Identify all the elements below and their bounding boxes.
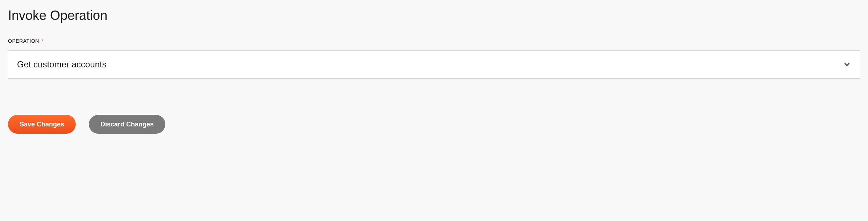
operation-select-value: Get customer accounts xyxy=(17,59,843,70)
chevron-down-icon xyxy=(843,61,851,68)
discard-changes-button[interactable]: Discard Changes xyxy=(89,115,165,134)
button-row: Save Changes Discard Changes xyxy=(8,115,860,134)
page-title: Invoke Operation xyxy=(8,8,860,23)
operation-label: OPERATION * xyxy=(8,38,44,44)
required-asterisk: * xyxy=(41,38,44,44)
operation-label-text: OPERATION xyxy=(8,38,39,44)
operation-field-container: OPERATION * Get customer accounts xyxy=(8,38,860,79)
operation-select[interactable]: Get customer accounts xyxy=(8,50,860,79)
save-changes-button[interactable]: Save Changes xyxy=(8,115,76,134)
